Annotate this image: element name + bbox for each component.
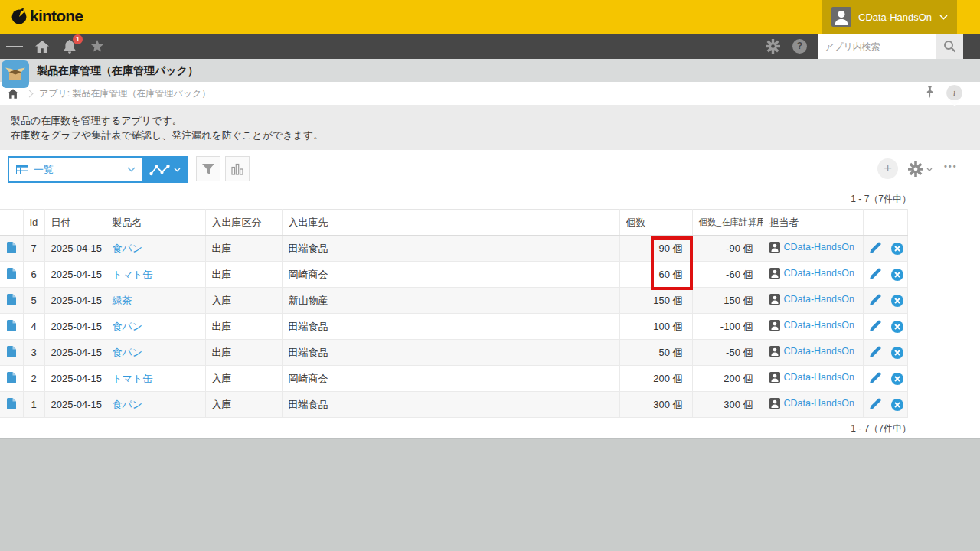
- product-link[interactable]: 食パン: [113, 321, 143, 332]
- info-tooltip-arrow: [949, 100, 960, 106]
- delete-record-icon[interactable]: [891, 347, 903, 359]
- record-detail-icon[interactable]: [7, 320, 16, 334]
- delete-record-icon[interactable]: [891, 373, 903, 385]
- search-button[interactable]: [936, 34, 963, 59]
- favorites-star-icon[interactable]: [89, 38, 106, 55]
- help-icon[interactable]: ?: [792, 39, 807, 54]
- header-product[interactable]: 製品名: [106, 210, 205, 236]
- cell-id: 6: [23, 262, 44, 288]
- table-row: 6 2025-04-15 トマト缶 出庫 岡崎商会 60 個 -60 個 CDa…: [0, 262, 907, 288]
- navbar: 1 ?: [0, 34, 980, 59]
- info-icon[interactable]: i: [946, 85, 962, 101]
- filter-button[interactable]: [196, 156, 220, 181]
- header-qty[interactable]: 個数: [619, 210, 692, 236]
- pagination-top: 1 - 7（7件中）: [851, 193, 911, 206]
- product-link[interactable]: 食パン: [113, 243, 143, 254]
- hamburger-menu-icon[interactable]: [6, 38, 23, 55]
- product-link[interactable]: トマト缶: [113, 269, 153, 280]
- chart-button[interactable]: [225, 156, 250, 181]
- breadcrumb-app-link[interactable]: アプリ: 製品在庫管理（在庫管理パック）: [39, 87, 211, 100]
- header-type[interactable]: 入出庫区分: [205, 210, 282, 236]
- edit-record-icon[interactable]: [870, 294, 881, 308]
- chevron-down-icon: [127, 167, 136, 172]
- kintone-logo[interactable]: kintone: [11, 7, 83, 25]
- cell-id: 7: [23, 236, 44, 262]
- owner-link[interactable]: CData-HandsOn: [784, 346, 854, 357]
- user-menu[interactable]: CData-HandsOn: [822, 0, 957, 34]
- app-settings-button[interactable]: [908, 161, 933, 177]
- breadcrumb-home-icon[interactable]: [8, 89, 18, 99]
- app-description: 製品の在庫数を管理するアプリです。 在庫数をグラフや集計表で確認し、発注漏れを防…: [0, 105, 980, 150]
- cell-id: 2: [23, 366, 44, 392]
- owner-link[interactable]: CData-HandsOn: [784, 294, 854, 305]
- cell-qty-calc: 150 個: [692, 288, 763, 314]
- settings-gear-icon[interactable]: [764, 38, 781, 55]
- header-qty-calc[interactable]: 個数_在庫計算用: [692, 210, 763, 236]
- owner-link[interactable]: CData-HandsOn: [784, 398, 854, 409]
- record-detail-icon[interactable]: [7, 242, 16, 256]
- edit-record-icon[interactable]: [870, 242, 881, 256]
- cell-qty: 90 個: [619, 236, 692, 262]
- breadcrumb-separator-icon: [26, 90, 34, 97]
- edit-record-icon[interactable]: [870, 320, 881, 334]
- pin-icon[interactable]: [926, 86, 934, 102]
- app-box-icon[interactable]: [2, 60, 29, 88]
- search-input[interactable]: [818, 34, 936, 59]
- owner-link[interactable]: CData-HandsOn: [784, 268, 854, 279]
- record-detail-icon[interactable]: [7, 346, 16, 360]
- delete-record-icon[interactable]: [891, 269, 903, 281]
- cell-date: 2025-04-15: [44, 288, 106, 314]
- user-avatar-icon: [769, 372, 780, 385]
- record-detail-icon[interactable]: [7, 398, 16, 412]
- user-avatar-icon: [769, 346, 780, 359]
- delete-record-icon[interactable]: [891, 321, 903, 333]
- user-avatar-icon: [769, 268, 780, 281]
- chevron-down-icon: [174, 168, 181, 172]
- edit-record-icon[interactable]: [870, 346, 881, 360]
- record-detail-icon[interactable]: [7, 294, 16, 308]
- graph-view-button[interactable]: [142, 158, 187, 181]
- cell-type: 出庫: [205, 314, 282, 340]
- cell-qty-calc: -90 個: [692, 236, 763, 262]
- table-view-icon: [16, 165, 28, 174]
- product-link[interactable]: 緑茶: [113, 295, 132, 306]
- edit-record-icon[interactable]: [870, 372, 881, 386]
- header-party[interactable]: 入出庫先: [282, 210, 619, 236]
- view-dropdown[interactable]: 一覧: [9, 158, 142, 181]
- notifications-bell-icon[interactable]: 1: [61, 38, 78, 55]
- owner-link[interactable]: CData-HandsOn: [784, 372, 854, 383]
- record-detail-icon[interactable]: [7, 372, 16, 386]
- owner-link[interactable]: CData-HandsOn: [784, 242, 854, 253]
- topbar: kintone CData-HandsOn: [0, 0, 980, 34]
- add-record-button[interactable]: +: [877, 158, 898, 179]
- table-row: 1 2025-04-15 食パン 入庫 田端食品 300 個 300 個 CDa…: [0, 392, 907, 418]
- kintone-logo-icon: [11, 8, 28, 24]
- edit-record-icon[interactable]: [870, 268, 881, 282]
- product-link[interactable]: 食パン: [113, 347, 143, 358]
- view-dropdown-label: 一覧: [34, 163, 122, 177]
- cell-party: 岡崎商会: [282, 262, 619, 288]
- user-avatar-icon: [831, 7, 851, 27]
- product-link[interactable]: 食パン: [113, 399, 143, 410]
- header-owner[interactable]: 担当者: [763, 210, 863, 236]
- cell-id: 3: [23, 340, 44, 366]
- cell-type: 入庫: [205, 392, 282, 418]
- header-id[interactable]: Id: [23, 210, 44, 236]
- edit-record-icon[interactable]: [870, 398, 881, 412]
- delete-record-icon[interactable]: [891, 399, 903, 411]
- cell-qty: 150 個: [619, 288, 692, 314]
- app-description-line2: 在庫数をグラフや集計表で確認し、発注漏れを防ぐことができます。: [11, 128, 969, 142]
- more-options-button[interactable]: •••: [944, 161, 958, 171]
- home-icon[interactable]: [34, 38, 51, 55]
- record-detail-icon[interactable]: [7, 268, 16, 282]
- cell-qty-calc: -100 個: [692, 314, 763, 340]
- product-link[interactable]: トマト缶: [113, 373, 153, 384]
- cell-id: 5: [23, 288, 44, 314]
- chevron-down-icon: [939, 15, 948, 20]
- delete-record-icon[interactable]: [891, 295, 903, 307]
- header-record-icon: [0, 210, 23, 236]
- header-date[interactable]: 日付: [44, 210, 106, 236]
- owner-link[interactable]: CData-HandsOn: [784, 320, 854, 331]
- delete-record-icon[interactable]: [891, 243, 903, 255]
- table-row: 5 2025-04-15 緑茶 入庫 新山物産 150 個 150 個 CDat…: [0, 288, 907, 314]
